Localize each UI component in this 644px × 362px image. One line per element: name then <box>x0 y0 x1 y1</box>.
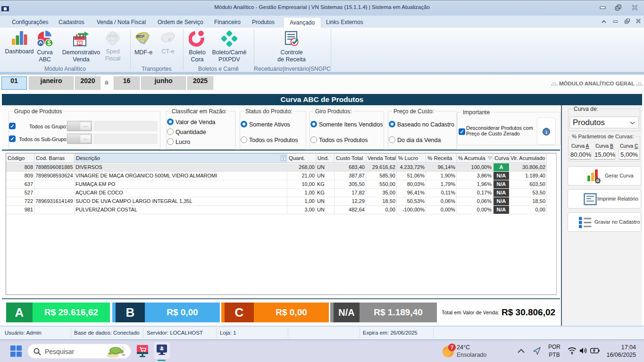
svg-text:SPED: SPED <box>108 34 118 38</box>
svg-text:e: e <box>168 35 171 42</box>
svg-text:e: e <box>144 36 147 43</box>
svg-text:1: 1 <box>79 41 81 46</box>
svg-text:$: $ <box>47 39 51 47</box>
svg-text:7: 7 <box>451 345 453 350</box>
